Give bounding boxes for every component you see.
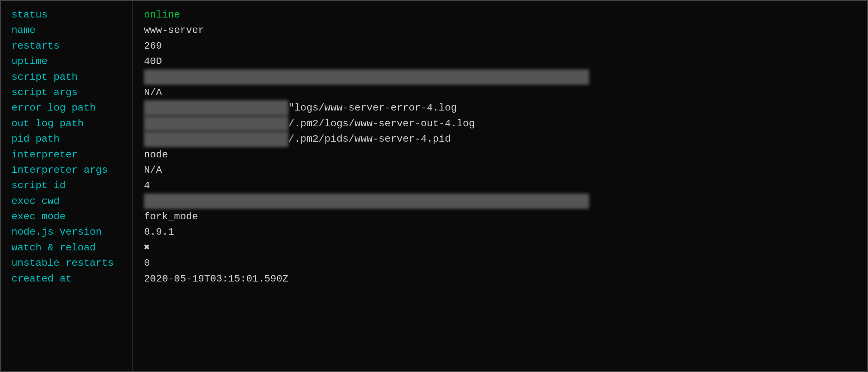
values-column: onlinewww-server26940D██████████████████…: [133, 1, 867, 371]
row-key-script-args: script args: [11, 85, 125, 100]
visible-suffix: /.pm2/pids/www-server-4.pid: [288, 133, 451, 145]
row-key-pid-path: pid path: [11, 131, 125, 147]
row-key-script-path: script path: [11, 69, 125, 85]
blurred-prefix: ████████████████████████: [144, 131, 288, 147]
row-key-interpreter: interpreter: [11, 147, 125, 162]
row-key-created-at: created at: [11, 271, 125, 287]
row-value-script-args: N/A: [144, 85, 860, 100]
row-value-restarts: 269: [144, 38, 860, 54]
row-key-interpreter-args: interpreter args: [11, 162, 125, 178]
row-value-nodejs-version: 8.9.1: [144, 224, 860, 240]
row-value-pid-path: ████████████████████████/.pm2/pids/www-s…: [144, 131, 860, 147]
row-key-exec-cwd: exec cwd: [11, 194, 125, 209]
visible-suffix: "logs/www-server-error-4.log: [288, 102, 457, 113]
row-key-uptime: uptime: [11, 54, 125, 69]
row-value-watch--reload: ✖: [144, 240, 860, 255]
row-key-script-id: script id: [11, 178, 125, 193]
row-key-status: status: [11, 7, 125, 23]
row-key-exec-mode: exec mode: [11, 209, 125, 224]
row-value-status: online: [144, 7, 860, 23]
row-value-error-log-path: ████████████████████████"logs/www-server…: [144, 100, 860, 116]
row-value-interpreter-args: N/A: [144, 162, 860, 178]
row-value-out-log-path: ████████████████████████/.pm2/logs/www-s…: [144, 116, 860, 131]
visible-suffix: /.pm2/logs/www-server-out-4.log: [288, 118, 475, 129]
row-value-uptime: 40D: [144, 54, 860, 69]
row-value-exec-cwd: ████████████████████████████████████████…: [144, 194, 860, 209]
row-value-unstable-restarts: 0: [144, 255, 860, 271]
row-key-watch--reload: watch & reload: [11, 240, 125, 255]
row-value-exec-mode: fork_mode: [144, 209, 860, 224]
blurred-prefix: ████████████████████████: [144, 116, 288, 131]
row-key-restarts: restarts: [11, 38, 125, 54]
row-key-name: name: [11, 23, 125, 38]
row-key-unstable-restarts: unstable restarts: [11, 255, 125, 271]
row-value-script-path: ████████████████████████████████████████…: [144, 69, 860, 85]
row-value-script-id: 4: [144, 178, 860, 193]
row-key-out-log-path: out log path: [11, 116, 125, 131]
row-value-created-at: 2020-05-19T03:15:01.590Z: [144, 271, 860, 287]
blurred-prefix: ████████████████████████: [144, 100, 288, 116]
keys-column: statusnamerestartsuptimescript pathscrip…: [1, 1, 133, 371]
row-key-nodejs-version: node.js version: [11, 224, 125, 240]
row-key-error-log-path: error log path: [11, 100, 125, 116]
row-value-interpreter: node: [144, 147, 860, 162]
terminal-container: statusnamerestartsuptimescript pathscrip…: [0, 0, 868, 372]
blurred-value: ████████████████████████████████████████…: [144, 69, 589, 85]
blurred-value: ████████████████████████████████████████…: [144, 194, 589, 209]
row-value-name: www-server: [144, 23, 860, 38]
